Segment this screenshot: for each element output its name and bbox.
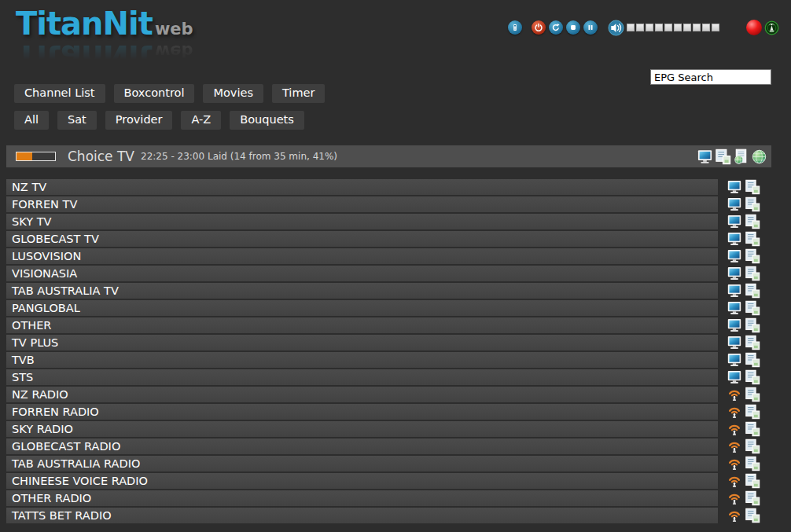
filter-a-z[interactable]: A-Z: [181, 111, 221, 130]
epg-icon[interactable]: [745, 300, 760, 316]
stream-icon[interactable]: [733, 149, 749, 165]
epg-icon[interactable]: [745, 283, 760, 299]
epg-icon[interactable]: [715, 149, 731, 165]
volume-segment[interactable]: [712, 24, 719, 31]
tv-icon[interactable]: [727, 300, 742, 316]
epg-icon[interactable]: [745, 387, 760, 402]
tv-icon[interactable]: [727, 283, 742, 299]
epg-icon[interactable]: [745, 352, 760, 368]
channel-item[interactable]: NZ TV: [6, 179, 718, 195]
volume-segment[interactable]: [683, 24, 691, 31]
volume-bar[interactable]: [627, 24, 719, 31]
channel-item[interactable]: SKY TV: [6, 214, 718, 229]
tv-icon[interactable]: [727, 352, 742, 368]
radio-icon[interactable]: [727, 490, 742, 506]
power-button[interactable]: [532, 20, 546, 35]
channel-item[interactable]: VISIONASIA: [6, 266, 718, 281]
channel-item[interactable]: CHINEESE VOICE RADIO: [6, 473, 718, 489]
channel-item[interactable]: FORREN TV: [6, 196, 718, 212]
volume-segment[interactable]: [636, 24, 644, 31]
radio-icon[interactable]: [727, 508, 742, 523]
epg-icon[interactable]: [745, 421, 760, 437]
nav-movies[interactable]: Movies: [203, 84, 263, 103]
epg-search-input[interactable]: [650, 69, 771, 85]
volume-segment[interactable]: [627, 24, 635, 31]
signal-icon[interactable]: [764, 20, 779, 35]
epg-icon[interactable]: [745, 490, 760, 506]
volume-segment[interactable]: [674, 24, 682, 31]
filter-provider[interactable]: Provider: [105, 111, 173, 130]
volume-segment[interactable]: [655, 24, 663, 31]
tv-icon[interactable]: [727, 335, 742, 350]
record-indicator[interactable]: [745, 19, 763, 36]
tv-icon[interactable]: [727, 266, 742, 281]
tv-icon[interactable]: [727, 179, 742, 195]
volume-segment[interactable]: [693, 24, 701, 31]
tv-icon[interactable]: [727, 231, 742, 247]
channel-item[interactable]: NZ RADIO: [6, 387, 718, 402]
radio-icon[interactable]: [727, 438, 742, 454]
epg-icon[interactable]: [745, 456, 760, 471]
channel-row: TAB AUSTRALIA RADIO: [6, 456, 760, 471]
channel-item[interactable]: TAB AUSTRALIA TV: [6, 283, 718, 299]
epg-icon[interactable]: [745, 179, 760, 195]
epg-icon[interactable]: [745, 508, 760, 523]
tv-icon[interactable]: [727, 369, 742, 385]
radio-icon[interactable]: [727, 421, 742, 437]
channel-name: TATTS BET RADIO: [12, 509, 112, 522]
epg-icon[interactable]: [745, 404, 760, 420]
volume-icon[interactable]: [608, 20, 624, 36]
epg-icon[interactable]: [745, 438, 760, 454]
epg-icon[interactable]: [745, 369, 760, 385]
tv-icon[interactable]: [727, 317, 742, 333]
epg-icon[interactable]: [745, 196, 760, 212]
channel-list: NZ TV FORREN TV SKY TV GLOBECAST TV: [6, 179, 760, 525]
channel-item[interactable]: PANGLOBAL: [6, 300, 718, 316]
volume-segment[interactable]: [664, 24, 672, 31]
screenshot-icon[interactable]: [697, 149, 713, 165]
epg-icon[interactable]: [745, 248, 760, 264]
epg-icon[interactable]: [745, 335, 760, 350]
radio-icon[interactable]: [727, 473, 742, 489]
channel-item[interactable]: SKY RADIO: [6, 421, 718, 437]
remote-button[interactable]: [508, 20, 522, 35]
channel-row: FORREN RADIO: [6, 404, 760, 420]
radio-icon[interactable]: [727, 456, 742, 471]
channel-item[interactable]: FORREN RADIO: [6, 404, 718, 420]
tv-icon[interactable]: [727, 248, 742, 264]
filter-sat[interactable]: Sat: [57, 111, 97, 130]
progress-bar: [16, 152, 56, 161]
nav-timer[interactable]: Timer: [272, 84, 325, 103]
web-icon[interactable]: [751, 149, 767, 165]
channel-item[interactable]: TVB: [6, 352, 718, 368]
radio-icon[interactable]: [727, 404, 742, 420]
volume-segment[interactable]: [702, 24, 710, 31]
channel-item[interactable]: GLOBECAST RADIO: [6, 438, 718, 454]
channel-item[interactable]: STS: [6, 369, 718, 385]
epg-icon[interactable]: [745, 317, 760, 333]
channel-item[interactable]: TATTS BET RADIO: [6, 508, 718, 523]
radio-icon[interactable]: [727, 387, 742, 402]
filter-all[interactable]: All: [14, 111, 49, 130]
channel-item[interactable]: OTHER: [6, 317, 718, 333]
epg-icon[interactable]: [745, 473, 760, 489]
tv-icon[interactable]: [727, 214, 742, 229]
nav-channel-list[interactable]: Channel List: [14, 84, 105, 103]
stop-button[interactable]: [566, 20, 580, 35]
channel-item[interactable]: OTHER RADIO: [6, 490, 718, 506]
volume-segment[interactable]: [646, 24, 653, 31]
tv-icon[interactable]: [727, 196, 742, 212]
reload-button[interactable]: [549, 20, 563, 35]
channel-item[interactable]: GLOBECAST TV: [6, 231, 718, 247]
channel-item[interactable]: LUSOVISION: [6, 248, 718, 264]
channel-item[interactable]: TAB AUSTRALIA RADIO: [6, 456, 718, 471]
channel-item[interactable]: TV PLUS: [6, 335, 718, 350]
pause-button[interactable]: [583, 20, 598, 35]
epg-icon[interactable]: [745, 266, 760, 281]
channel-row-actions: [727, 387, 760, 402]
nav-boxcontrol[interactable]: Boxcontrol: [114, 84, 195, 103]
epg-icon[interactable]: [745, 214, 760, 229]
epg-icon[interactable]: [745, 231, 760, 247]
channel-row-actions: [727, 266, 760, 281]
filter-bouquets[interactable]: Bouquets: [230, 111, 304, 130]
